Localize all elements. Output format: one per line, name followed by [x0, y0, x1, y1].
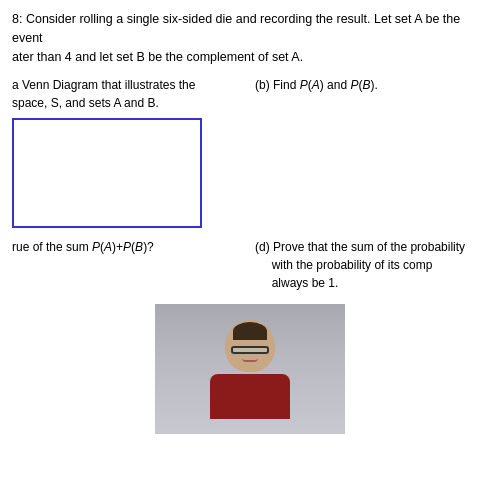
parts-ab-row: a Venn Diagram that illustrates thespace… [12, 76, 488, 228]
part-c-text: rue of the sum [12, 240, 92, 254]
part-d: (d) Prove that the sum of the probabilit… [255, 238, 488, 292]
part-b-A: A [312, 78, 320, 92]
part-b-math5: ). [370, 78, 377, 92]
venn-diagram [12, 118, 202, 228]
parts-cd-row: rue of the sum P(A)+P(B)? (d) Prove that… [12, 238, 488, 292]
header-text: 8: Consider rolling a single six-sided d… [12, 12, 460, 45]
question-header: 8: Consider rolling a single six-sided d… [12, 10, 488, 66]
person-glasses [231, 346, 269, 354]
part-c-math3: )+ [112, 240, 123, 254]
part-c-math: P [92, 240, 100, 254]
part-c-A: A [104, 240, 112, 254]
page-container: 8: Consider rolling a single six-sided d… [0, 0, 500, 500]
person-figure [210, 320, 290, 419]
part-b-label: (b) Find [255, 78, 300, 92]
person-head [225, 320, 275, 372]
header-text-2: ater than 4 and let set B be the complem… [12, 50, 303, 64]
part-a: a Venn Diagram that illustrates thespace… [12, 76, 245, 228]
part-c: rue of the sum P(A)+P(B)? [12, 238, 245, 292]
part-b-math: P [300, 78, 308, 92]
part-b: (b) Find P(A) and P(B). [255, 76, 488, 228]
part-a-text: a Venn Diagram that illustrates thespace… [12, 78, 195, 110]
person-body [210, 374, 290, 419]
part-c-math5: )? [143, 240, 154, 254]
part-d-label: (d) Prove that the sum of the probabilit… [255, 240, 465, 290]
person-hair [233, 322, 267, 340]
person-mouth [242, 358, 258, 362]
part-c-B: B [135, 240, 143, 254]
part-b-math3: ) and [320, 78, 351, 92]
part-c-P2: P [123, 240, 131, 254]
video-thumbnail[interactable] [155, 304, 345, 434]
video-container[interactable] [12, 304, 488, 434]
